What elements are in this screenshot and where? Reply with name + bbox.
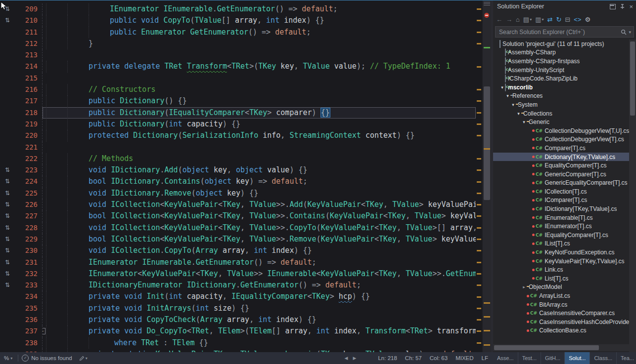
- eol-indicator[interactable]: LF: [482, 355, 488, 361]
- forward-icon[interactable]: →: [504, 14, 514, 24]
- code-line-content[interactable]: public void CopyTo(TValue[] array, int i…: [42, 15, 476, 26]
- line-number[interactable]: 224: [15, 176, 42, 187]
- tree-item-collectiondebuggerview-t-u-cs[interactable]: C#CollectionDebuggerView[T,U].cs: [493, 126, 629, 135]
- line-number[interactable]: 230: [15, 245, 42, 256]
- column-indicator[interactable]: Col: 63: [430, 355, 448, 361]
- chevron-right-icon[interactable]: ▸: [521, 284, 527, 289]
- chevron-down-icon[interactable]: ▾: [521, 120, 527, 124]
- line-number[interactable]: 234: [15, 291, 42, 302]
- tree-item-collectiondebuggerview-t-cs[interactable]: C#CollectionDebuggerView[T].cs: [493, 135, 629, 144]
- pin-icon[interactable]: [620, 4, 625, 9]
- selected-code-line-content[interactable]: public Dictionary(IEqualityComparer<TKey…: [42, 107, 476, 119]
- code-line-content[interactable]: [42, 73, 476, 84]
- sync-with-active-document-icon[interactable]: ⇄: [545, 14, 554, 24]
- reference-indicator-icon[interactable]: ⇅: [0, 210, 15, 222]
- tree-item-keyvaluepair-tkey-tvalue-cs[interactable]: C#KeyValuePair[TKey,TValue].cs: [493, 257, 629, 266]
- code-line[interactable]: ⇅229bool ICollection<KeyValuePair<TKey, …: [0, 234, 476, 245]
- code-line-content[interactable]: protected Dictionary(SerializationInfo i…: [42, 130, 476, 141]
- code-line-content[interactable]: void ICollection.CopyTo(Array array, int…: [42, 245, 476, 256]
- code-line[interactable]: 239private static KeyValuePair<TKey, TVa…: [0, 349, 476, 352]
- reference-indicator-icon[interactable]: ⇅: [0, 257, 15, 268]
- code-line-content[interactable]: bool IDictionary.Contains(object key) =>…: [42, 176, 476, 187]
- home-icon[interactable]: ⌂: [514, 14, 521, 24]
- code-line-content[interactable]: public Dictionary() {}: [42, 95, 476, 107]
- editor-vertical-scrollbar[interactable]: [482, 0, 491, 352]
- chevron-down-icon[interactable]: ▾: [516, 111, 521, 116]
- tool-tab-tea[interactable]: Tea...: [617, 352, 636, 364]
- line-number[interactable]: 213: [15, 49, 42, 61]
- tree-item-icomparer-t-cs[interactable]: C#IComparer[T].cs: [493, 196, 629, 205]
- tree-item-ienumerable-t-cs[interactable]: C#IEnumerable[T].cs: [493, 213, 629, 222]
- line-number[interactable]: 215: [15, 73, 42, 84]
- code-line-content[interactable]: bool ICollection<KeyValuePair<TKey, TVal…: [42, 210, 476, 222]
- tree-item-genericequalitycomparer-t-cs[interactable]: C#GenericEqualityComparer[T].cs: [493, 179, 629, 188]
- chevron-down-icon[interactable]: ▾: [505, 93, 510, 98]
- tree-item-dictionary-tkey-tvalue-cs[interactable]: C#Dictionary[TKey,TValue].cs: [493, 153, 629, 162]
- tree-item-generic[interactable]: ▾Generic: [493, 118, 629, 126]
- line-number[interactable]: 236: [15, 314, 42, 325]
- tool-tab-test[interactable]: Test...: [518, 352, 541, 364]
- tool-tab-gith[interactable]: GitH...: [541, 352, 565, 364]
- code-line-content[interactable]: }: [42, 38, 476, 49]
- line-number[interactable]: 232: [15, 268, 42, 280]
- issues-status[interactable]: No issues found: [31, 355, 72, 361]
- code-line[interactable]: 218public Dictionary(IEqualityComparer<T…: [0, 107, 476, 119]
- tree-item-arraylist-cs[interactable]: C#ArrayList.cs: [493, 291, 629, 300]
- reference-indicator-icon[interactable]: ⇅: [0, 280, 15, 291]
- panel-title-bar[interactable]: Solution Explorer ×: [493, 0, 636, 13]
- line-number[interactable]: 219: [15, 119, 42, 130]
- tree-item-collections[interactable]: ▾Collections: [493, 109, 629, 118]
- nav-prev-icon[interactable]: ◀: [345, 356, 348, 361]
- code-line[interactable]: ⇅233IDictionaryEnumerator IDictionary.Ge…: [0, 280, 476, 291]
- code-line-content[interactable]: private delegate TRet Transform<TRet>(TK…: [42, 61, 476, 72]
- window-position-icon[interactable]: [610, 4, 616, 9]
- code-line-content[interactable]: IEnumerator<KeyValuePair<TKey, TValue>> …: [42, 268, 476, 280]
- chevron-down-icon[interactable]: ▾: [510, 102, 516, 107]
- code-line-content[interactable]: [42, 142, 476, 153]
- tree-item-ienumerator-t-cs[interactable]: C#IEnumerator[T].cs: [493, 222, 629, 231]
- line-number[interactable]: 218: [15, 107, 42, 119]
- tree-item-solution-project-gui-11-of-11-projects[interactable]: Solution 'project-gui' (11 of 11 project…: [493, 40, 629, 48]
- code-line[interactable]: 235private void InitArrays(int size) {}: [0, 303, 476, 314]
- reference-indicator-icon[interactable]: ⇅: [0, 199, 15, 210]
- zoom-control[interactable]: % ▾: [0, 355, 14, 361]
- code-line-content[interactable]: bool ICollection<KeyValuePair<TKey, TVal…: [42, 234, 476, 245]
- line-number[interactable]: 227: [15, 210, 42, 222]
- reference-indicator-icon[interactable]: ⇅: [0, 164, 15, 176]
- line-number[interactable]: 217: [15, 95, 42, 107]
- code-line-content[interactable]: void IDictionary.Add(object key, object …: [42, 164, 476, 176]
- tree-item-caseinsensitivecomparer-cs[interactable]: C#CaseInsensitiveComparer.cs: [493, 309, 629, 318]
- tree-item-references[interactable]: ▾References: [493, 92, 629, 101]
- code-line-content[interactable]: public Enumerator GetEnumerator() => def…: [42, 27, 476, 38]
- line-number[interactable]: 223: [15, 164, 42, 176]
- code-line[interactable]: 212}: [0, 38, 476, 49]
- tree-item-ilist-t-cs[interactable]: C#IList[T].cs: [493, 240, 629, 248]
- tree-item-bitarray-cs[interactable]: C#BitArray.cs: [493, 300, 629, 309]
- back-icon[interactable]: ←: [495, 14, 504, 24]
- tree-item-list-t-cs[interactable]: C#List[T].cs: [493, 274, 629, 283]
- code-line[interactable]: ⇅227bool ICollection<KeyValuePair<TKey, …: [0, 210, 476, 222]
- tool-tab-solut[interactable]: Solut...: [565, 352, 590, 364]
- code-line-content[interactable]: public Dictionary(int capacity) {}: [42, 119, 476, 130]
- tree-item-iequalitycomparer-t-cs[interactable]: C#IEqualityComparer[T].cs: [493, 231, 629, 240]
- code-line-content[interactable]: void IDictionary.Remove(object key) {}: [42, 188, 476, 199]
- code-line-content[interactable]: IEnumerator IEnumerable.GetEnumerator() …: [42, 257, 476, 268]
- code-line-content[interactable]: private void Do_CopyTo<TRet, TElem>(TEle…: [42, 325, 476, 337]
- code-line[interactable]: 214private delegate TRet Transform<TRet>…: [0, 61, 476, 72]
- reference-indicator-icon[interactable]: ⇅: [0, 268, 15, 280]
- line-number[interactable]: 209: [15, 3, 42, 15]
- line-number[interactable]: 211: [15, 27, 42, 38]
- line-number[interactable]: 231: [15, 257, 42, 268]
- tree-item-keynotfoundexception-cs[interactable]: C#KeyNotFoundException.cs: [493, 248, 629, 257]
- line-number[interactable]: 225: [15, 188, 42, 199]
- code-line[interactable]: ⇅210public void CopyTo(TValue[] array, i…: [0, 15, 476, 26]
- code-line[interactable]: 216// Constructors: [0, 84, 476, 95]
- line-indicator[interactable]: Ln: 218: [378, 355, 397, 361]
- line-number[interactable]: 226: [15, 199, 42, 210]
- code-line[interactable]: 215: [0, 73, 476, 84]
- line-number[interactable]: 216: [15, 84, 42, 95]
- line-number[interactable]: 239: [15, 349, 42, 352]
- fold-collapse-icon[interactable]: −: [42, 328, 45, 334]
- tool-tab-class[interactable]: Class...: [590, 352, 617, 364]
- reference-indicator-icon[interactable]: ⇅: [0, 245, 15, 256]
